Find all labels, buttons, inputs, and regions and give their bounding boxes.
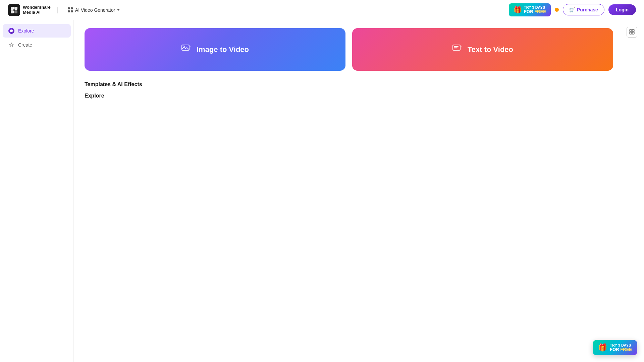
svg-rect-5 [632, 29, 634, 32]
nav-dropdown[interactable]: AI Video Generator [64, 5, 123, 15]
cart-icon: 🛒 [569, 7, 575, 12]
chevron-down-icon [117, 9, 120, 11]
sidebar-item-explore-label: Explore [18, 28, 34, 34]
login-button[interactable]: Login [608, 4, 636, 15]
badge-line2: FOR FREE [610, 347, 632, 352]
explore-icon [8, 27, 15, 34]
sidebar-item-explore[interactable]: Explore [3, 24, 71, 38]
image-to-video-label: Image to Video [197, 45, 249, 54]
trial-banner-text: TRY 3 DAYS FOR FREE [524, 5, 546, 14]
create-icon [8, 42, 15, 48]
text-to-video-card[interactable]: Text to Video [352, 28, 613, 71]
logo-text: Wondershare Media AI [23, 5, 51, 15]
brand-top: Wondershare [23, 5, 51, 10]
brand-bottom: Media AI [23, 10, 51, 15]
logo-icon [8, 4, 20, 16]
svg-rect-6 [630, 32, 632, 34]
image-to-video-icon [181, 43, 192, 56]
grid-icon [68, 7, 73, 13]
svg-rect-2 [11, 10, 14, 13]
svg-rect-0 [11, 7, 14, 10]
svg-rect-4 [630, 29, 632, 32]
resize-button[interactable] [627, 27, 637, 38]
nav-label: AI Video Generator [75, 7, 115, 13]
trial-banner[interactable]: 🎁 TRY 3 DAYS FOR FREE [509, 3, 551, 16]
header-left: Wondershare Media AI AI Video Generator [8, 4, 123, 16]
svg-rect-1 [14, 7, 17, 10]
svg-rect-3 [14, 10, 17, 13]
sidebar: Explore Create [0, 20, 74, 362]
text-to-video-icon [452, 43, 463, 56]
main-layout: Explore Create [0, 20, 644, 362]
svg-rect-7 [632, 32, 634, 34]
purchase-button[interactable]: 🛒 Purchase [563, 4, 604, 15]
badge-gift-icon: 🎁 [598, 343, 607, 352]
resize-icon [629, 29, 635, 36]
sidebar-item-create[interactable]: Create [3, 38, 71, 52]
logo[interactable]: Wondershare Media AI [8, 4, 51, 16]
text-to-video-label: Text to Video [468, 45, 513, 54]
app-header: Wondershare Media AI AI Video Generator … [0, 0, 644, 20]
feature-cards: Image to Video Text to Video [85, 28, 633, 71]
content-area: Image to Video Text to Video Template [74, 20, 644, 362]
header-right: 🎁 TRY 3 DAYS FOR FREE 🛒 Purchase Login [509, 3, 636, 16]
gift-icon: 🎁 [514, 6, 522, 14]
trial-line2: FOR FREE [524, 9, 546, 14]
badge-text: TRY 3 DAYS FOR FREE [610, 343, 632, 352]
image-to-video-card[interactable]: Image to Video [85, 28, 345, 71]
explore-section-heading: Explore [85, 93, 633, 99]
bottom-badge[interactable]: 🎁 TRY 3 DAYS FOR FREE [593, 340, 637, 355]
purchase-label: Purchase [577, 7, 598, 12]
notification-dot [555, 8, 559, 12]
svg-rect-8 [182, 45, 189, 50]
nav-divider [57, 7, 58, 13]
templates-section-heading: Templates & AI Effects [85, 81, 633, 87]
sidebar-item-create-label: Create [18, 42, 32, 48]
